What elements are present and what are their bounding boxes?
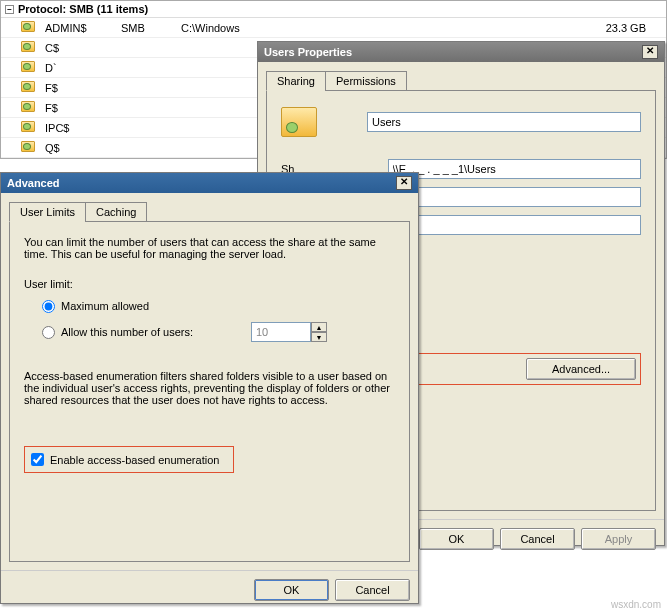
radio-max-input[interactable] <box>42 300 55 313</box>
dialog-title: Users Properties <box>264 46 352 58</box>
tab-sharing[interactable]: Sharing <box>266 71 326 91</box>
titlebar[interactable]: Advanced ✕ <box>1 173 418 193</box>
abe-checkbox-input[interactable] <box>31 453 44 466</box>
share-name-field[interactable] <box>367 112 641 132</box>
share-folder-icon <box>21 61 35 72</box>
intro-text: You can limit the number of users that c… <box>24 236 395 260</box>
watermark: wsxdn.com <box>611 599 661 610</box>
tab-caching[interactable]: Caching <box>85 202 147 222</box>
share-folder-icon <box>281 107 317 137</box>
user-count-input[interactable] <box>251 322 311 342</box>
share-name: IPC$ <box>41 122 121 134</box>
radio-allow-number[interactable]: Allow this number of users: ▲ ▼ <box>42 322 395 342</box>
share-name: ADMIN$ <box>41 22 121 34</box>
titlebar[interactable]: Users Properties ✕ <box>258 42 664 62</box>
spin-down-icon[interactable]: ▼ <box>311 332 327 342</box>
dialog-buttons: OK Cancel <box>1 570 418 609</box>
share-folder-icon <box>21 101 35 112</box>
share-protocol: SMB <box>121 22 181 34</box>
user-limit-label: User limit: <box>24 278 395 290</box>
share-folder-icon <box>21 41 35 52</box>
ok-button[interactable]: OK <box>254 579 329 601</box>
tab-permissions[interactable]: Permissions <box>325 71 407 91</box>
enable-abe-checkbox[interactable]: Enable access-based enumeration <box>24 446 234 473</box>
tab-strip: User Limits Caching <box>9 201 410 222</box>
collapse-icon[interactable]: − <box>5 5 14 14</box>
share-name: C$ <box>41 42 121 54</box>
share-folder-icon <box>21 141 35 152</box>
share-size: 23.3 GB <box>461 22 666 34</box>
unc-path-field[interactable] <box>388 159 641 179</box>
share-name: F$ <box>41 102 121 114</box>
close-icon[interactable]: ✕ <box>396 176 412 190</box>
apply-button[interactable]: Apply <box>581 528 656 550</box>
radio-maximum-allowed[interactable]: Maximum allowed <box>42 296 395 316</box>
share-name: F$ <box>41 82 121 94</box>
share-name: D` <box>41 62 121 74</box>
radio-max-label: Maximum allowed <box>61 300 149 312</box>
advanced-button[interactable]: Advanced... <box>526 358 636 380</box>
cancel-button[interactable]: Cancel <box>500 528 575 550</box>
cancel-button[interactable]: Cancel <box>335 579 410 601</box>
dialog-title: Advanced <box>7 177 60 189</box>
abe-checkbox-label: Enable access-based enumeration <box>50 454 219 466</box>
advanced-dialog: Advanced ✕ User Limits Caching You can l… <box>0 172 419 604</box>
user-limits-content: You can limit the number of users that c… <box>9 222 410 562</box>
share-folder-icon <box>21 21 35 32</box>
tab-user-limits[interactable]: User Limits <box>9 202 86 222</box>
share-folder-icon <box>21 81 35 92</box>
protocol-header[interactable]: − Protocol: SMB (11 items) <box>1 1 666 18</box>
share-path: C:\Windows <box>181 22 461 34</box>
close-icon[interactable]: ✕ <box>642 45 658 59</box>
radio-allow-label: Allow this number of users: <box>61 326 251 338</box>
share-folder-icon <box>21 121 35 132</box>
share-name: Q$ <box>41 142 121 154</box>
share-row[interactable]: ADMIN$SMBC:\Windows23.3 GB <box>1 18 666 38</box>
ok-button[interactable]: OK <box>419 528 494 550</box>
spin-up-icon[interactable]: ▲ <box>311 322 327 332</box>
user-count-spinner[interactable]: ▲ ▼ <box>251 322 327 342</box>
protocol-title: Protocol: SMB (11 items) <box>18 3 148 15</box>
tab-strip: Sharing Permissions <box>266 70 656 91</box>
abe-description: Access-based enumeration filters shared … <box>24 370 395 406</box>
radio-allow-input[interactable] <box>42 326 55 339</box>
